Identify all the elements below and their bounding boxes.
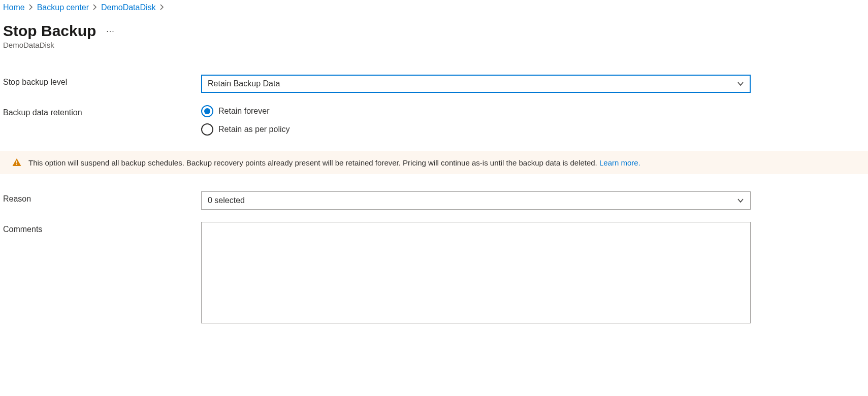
chevron-down-icon xyxy=(737,197,744,204)
comments-textarea[interactable] xyxy=(201,222,751,323)
page-title: Stop Backup xyxy=(3,22,96,40)
page-header: Stop Backup ··· xyxy=(3,22,868,40)
info-banner: This option will suspend all backup sche… xyxy=(0,151,868,174)
breadcrumb-home[interactable]: Home xyxy=(3,3,25,12)
breadcrumb-separator-icon xyxy=(29,4,33,12)
breadcrumb: Home Backup center DemoDataDisk xyxy=(3,3,868,12)
chevron-down-icon xyxy=(737,80,744,87)
stop-backup-level-value: Retain Backup Data xyxy=(208,79,280,88)
info-text: This option will suspend all backup sche… xyxy=(28,158,640,167)
warning-icon xyxy=(12,158,21,167)
radio-button-icon xyxy=(201,123,213,136)
reason-row: Reason 0 selected xyxy=(3,191,868,210)
radio-retain-per-policy-label: Retain as per policy xyxy=(218,125,290,134)
breadcrumb-demodatadisk[interactable]: DemoDataDisk xyxy=(101,3,156,12)
comments-label: Comments xyxy=(3,222,201,234)
svg-rect-1 xyxy=(16,164,17,165)
stop-backup-level-row: Stop backup level Retain Backup Data xyxy=(3,75,868,93)
reason-value: 0 selected xyxy=(208,196,245,205)
reason-label: Reason xyxy=(3,191,201,204)
radio-retain-forever-label: Retain forever xyxy=(218,107,270,116)
radio-button-icon xyxy=(201,105,213,117)
backup-data-retention-row: Backup data retention Retain forever Ret… xyxy=(3,105,868,136)
retention-radio-group: Retain forever Retain as per policy xyxy=(201,105,751,136)
learn-more-link[interactable]: Learn more. xyxy=(599,158,640,167)
stop-backup-level-dropdown[interactable]: Retain Backup Data xyxy=(201,75,751,93)
page-subtitle: DemoDataDisk xyxy=(3,41,868,49)
radio-retain-forever[interactable]: Retain forever xyxy=(201,105,751,117)
svg-rect-0 xyxy=(16,161,17,164)
reason-dropdown[interactable]: 0 selected xyxy=(201,191,751,210)
radio-retain-per-policy[interactable]: Retain as per policy xyxy=(201,123,751,136)
more-menu-icon[interactable]: ··· xyxy=(106,27,114,36)
breadcrumb-separator-icon xyxy=(93,4,97,12)
stop-backup-level-label: Stop backup level xyxy=(3,75,201,87)
backup-data-retention-label: Backup data retention xyxy=(3,105,201,117)
breadcrumb-backup-center[interactable]: Backup center xyxy=(37,3,89,12)
comments-row: Comments xyxy=(3,222,868,325)
breadcrumb-separator-icon xyxy=(160,4,164,12)
